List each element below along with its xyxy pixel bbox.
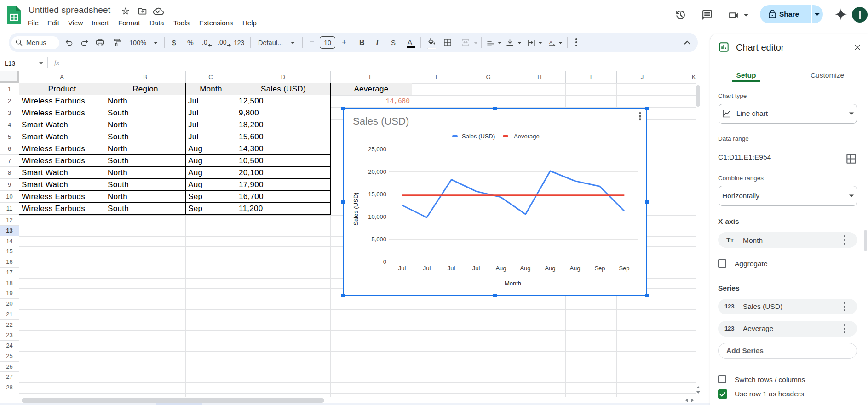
svg-text:A: A xyxy=(549,40,552,45)
